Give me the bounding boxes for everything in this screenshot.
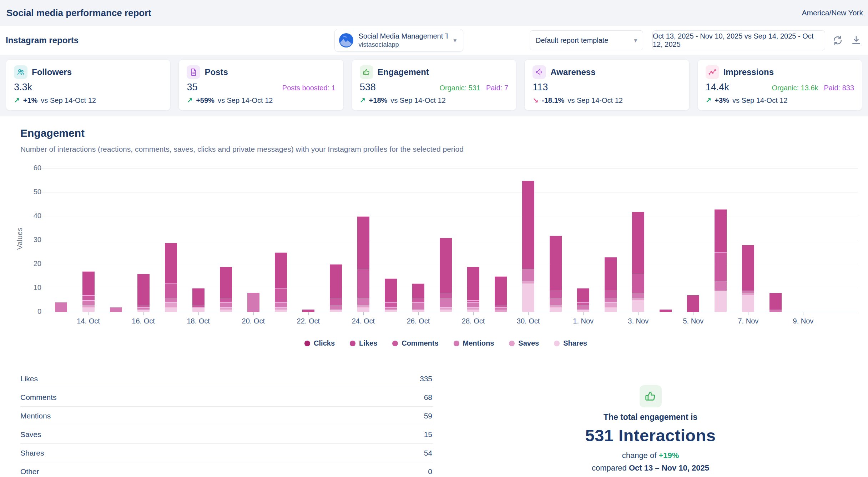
stat-delta: +1% — [23, 96, 38, 105]
bar-segment-shares — [605, 307, 617, 312]
y-tick-label: 10 — [25, 283, 41, 292]
legend-item-shares[interactable]: Shares — [554, 339, 587, 347]
trend-down-icon: ↘ — [533, 96, 539, 105]
x-tick-label: 16. Oct — [132, 317, 155, 325]
bar-segment-shares — [137, 310, 150, 312]
bar-segment-mentions — [769, 310, 782, 312]
bar-segment-shares — [715, 291, 727, 312]
legend-item-mentions[interactable]: Mentions — [454, 339, 494, 347]
bar-segment-likes — [687, 295, 699, 312]
report-template-value: Default report template — [536, 36, 608, 45]
stat-value: 35 — [187, 82, 197, 93]
bar-segment-likes — [467, 267, 479, 300]
y-tick-label: 0 — [25, 307, 41, 316]
bar-segment-mentions — [605, 298, 617, 302]
stat-card-followers: Followers3.3k↗+1%vs Sep 14-Oct 12 — [6, 59, 171, 111]
bar-slot — [267, 169, 294, 312]
impressions-icon — [706, 65, 719, 79]
bar-slot — [432, 169, 459, 312]
bar-segment-shares — [357, 307, 369, 312]
stacked-bar-30-oct — [522, 181, 534, 312]
report-template-select[interactable]: Default report template ▾ — [530, 30, 643, 50]
bar-slot — [762, 169, 789, 312]
profile-name: Social Media Management Too — [358, 32, 448, 40]
stacked-bar-1-nov — [577, 288, 589, 312]
bar-segment-mentions — [220, 302, 232, 307]
toolbar-actions — [832, 34, 862, 46]
bar-segment-saves — [467, 307, 479, 310]
bar-segment-comments — [165, 283, 177, 298]
summary-change-value: +19% — [658, 451, 679, 460]
date-range-input[interactable]: Oct 13, 2025 - Nov 10, 2025 vs Sep 14, 2… — [652, 30, 825, 50]
trend-up-icon: ↗ — [360, 96, 366, 105]
x-tick — [803, 312, 803, 315]
bar-segment-likes — [357, 216, 369, 269]
stat-value: 538 — [360, 82, 376, 93]
engagement-subtitle: Number of interactions (reactions, comme… — [20, 145, 868, 154]
stat-value: 113 — [533, 82, 548, 93]
bar-slot — [130, 169, 157, 312]
table-row-comments: Comments68 — [20, 388, 433, 407]
bar-segment-mentions — [467, 302, 479, 307]
table-row-mentions: Mentions59 — [20, 407, 433, 425]
legend-dot — [304, 341, 310, 346]
bar-slot — [789, 169, 817, 312]
x-tick — [528, 312, 529, 315]
stacked-bar-26-oct — [412, 283, 424, 312]
bar-segment-likes — [220, 267, 232, 298]
bar-segment-likes — [385, 278, 397, 302]
stacked-bar-17-oct — [165, 243, 177, 312]
summary-compare-line: compared Oct 13 – Nov 10, 2025 — [592, 463, 709, 473]
bar-segment-likes — [660, 310, 672, 312]
bar-segment-likes — [715, 209, 727, 252]
bar-segment-mentions — [577, 305, 589, 310]
row-label: Other — [20, 467, 39, 476]
row-value: 68 — [424, 393, 432, 402]
legend-item-saves[interactable]: Saves — [509, 339, 539, 347]
profile-avatar — [339, 33, 353, 47]
x-tick — [418, 312, 419, 315]
stat-value: 3.3k — [14, 82, 32, 93]
stacked-bar-20-oct — [247, 293, 259, 312]
x-tick-label: 18. Oct — [187, 317, 210, 325]
bar-slot — [570, 169, 597, 312]
bar-segment-comments — [275, 288, 287, 302]
x-tick-label: 22. Oct — [297, 317, 320, 325]
stat-compare: vs Sep 14-Oct 12 — [41, 96, 96, 105]
x-tick — [693, 312, 693, 315]
legend-item-likes[interactable]: Likes — [350, 339, 377, 347]
x-tick — [253, 312, 254, 315]
bar-segment-mentions — [330, 305, 342, 310]
engagement-icon — [360, 65, 373, 79]
section-title: Instagram reports — [6, 35, 79, 45]
row-label: Mentions — [20, 412, 51, 420]
stacked-bar-31-oct — [550, 236, 562, 312]
bar-segment-saves — [275, 307, 287, 310]
bar-slot — [487, 169, 515, 312]
bar-segment-likes — [412, 283, 424, 298]
legend-label: Saves — [518, 339, 539, 347]
x-tick-label: 20. Oct — [242, 317, 265, 325]
bar-slot — [377, 169, 404, 312]
download-icon[interactable] — [850, 34, 862, 46]
refresh-icon[interactable] — [832, 34, 844, 46]
bar-segment-saves — [220, 307, 232, 310]
chart-legend: ClicksLikesCommentsMentionsSavesShares — [47, 339, 844, 347]
bar-slot — [47, 169, 75, 312]
bar-segment-shares — [440, 310, 452, 312]
bar-slot — [239, 169, 267, 312]
bar-segment-saves — [742, 293, 754, 295]
engagement-table: Likes335Comments68Mentions59Saves15Share… — [20, 370, 433, 477]
bar-segment-likes — [550, 236, 562, 291]
legend-item-comments[interactable]: Comments — [392, 339, 438, 347]
y-tick-label: 30 — [25, 236, 41, 244]
bar-segment-saves — [522, 281, 534, 283]
bar-slot — [157, 169, 185, 312]
stat-delta-row: ↗+3%vs Sep 14-Oct 12 — [706, 96, 854, 105]
legend-item-clicks[interactable]: Clicks — [304, 339, 335, 347]
bar-segment-mentions — [495, 307, 507, 310]
bar-slot — [542, 169, 570, 312]
bar-segment-comments — [220, 298, 232, 302]
profile-selector[interactable]: Social Media Management Too vistasociala… — [334, 29, 463, 52]
stat-extra: Organic: 531 — [439, 84, 480, 92]
